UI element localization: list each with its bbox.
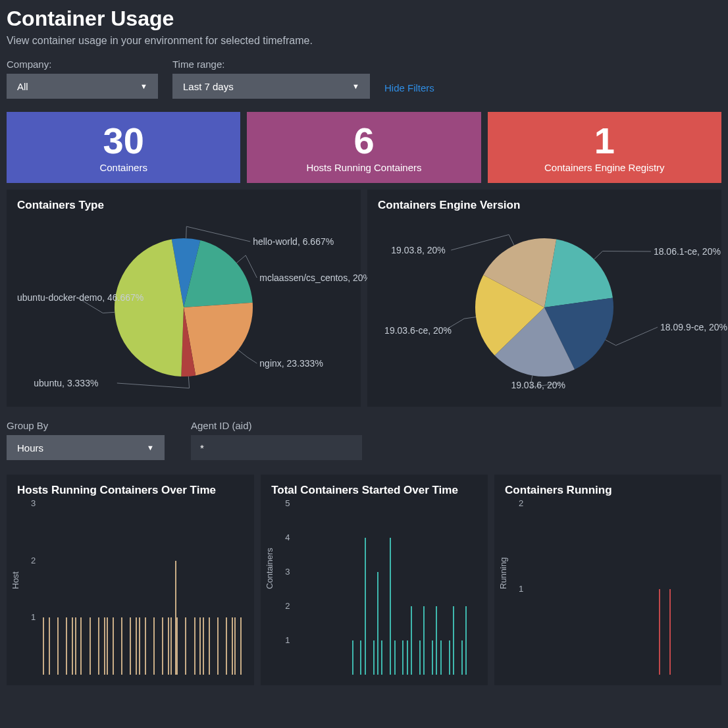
hosts-over-time-panel: Hosts Running Containers Over Time 123Ho… — [7, 475, 254, 685]
y-tick: 1 — [519, 584, 523, 594]
y-tick: 1 — [31, 612, 36, 622]
y-axis-label: Containers — [265, 548, 274, 589]
bar — [373, 640, 375, 675]
bar — [185, 617, 186, 675]
pie-slice[interactable] — [115, 240, 184, 377]
groupby-label: Group By — [7, 420, 165, 431]
bar — [669, 589, 671, 675]
bar — [175, 561, 176, 675]
bar — [199, 617, 201, 675]
panel-title: Containers Running — [505, 484, 711, 497]
bar — [113, 617, 114, 675]
bar — [232, 617, 233, 675]
chevron-down-icon: ▼ — [352, 82, 359, 90]
bar — [90, 617, 91, 675]
agentid-label: Agent ID (aid) — [191, 420, 362, 431]
kpi-card[interactable]: 6Hosts Running Containers — [247, 112, 481, 183]
bar — [57, 617, 59, 675]
timerange-select[interactable]: Last 7 days ▼ — [172, 74, 370, 99]
bar — [465, 606, 467, 675]
containers-engine-version-pie[interactable]: 18.06.1-ce, 20%18.09.9-ce, 20%19.03.6, 2… — [378, 219, 711, 396]
y-tick: 2 — [31, 556, 36, 565]
started-over-time-panel: Total Containers Started Over Time 12345… — [261, 475, 488, 685]
bar — [407, 640, 408, 675]
hide-filters-link[interactable]: Hide Filters — [384, 82, 434, 99]
bar — [170, 617, 172, 675]
y-axis-label: Running — [498, 558, 508, 589]
pie-slice-label: 18.06.1-ce, 20% — [654, 246, 721, 257]
pie-slice-label: 18.09.9-ce, 20% — [660, 322, 727, 332]
bar — [80, 617, 82, 675]
kpi-label: Containers — [99, 162, 147, 173]
company-label: Company: — [7, 59, 158, 70]
kpi-label: Hosts Running Containers — [306, 162, 421, 173]
pie-slice-label: 19.03.8, 20% — [391, 245, 446, 255]
page-subtitle: View container usage in your environment… — [7, 35, 721, 47]
controls-row: Group By Hours ▼ Agent ID (aid) — [7, 413, 721, 467]
panel-title: Containers Type — [17, 199, 350, 212]
y-tick: 5 — [285, 498, 290, 508]
page-title: Container Usage — [7, 7, 721, 31]
bar — [75, 617, 76, 675]
chevron-down-icon: ▼ — [140, 82, 147, 90]
bar — [226, 617, 227, 675]
kpi-row: 30Containers6Hosts Running Containers1Co… — [7, 112, 721, 183]
containers-type-pie[interactable]: hello-world, 6.667%mclaassen/cs_centos, … — [17, 219, 350, 396]
bar — [402, 640, 403, 675]
bar — [381, 640, 382, 675]
filter-bar: Company: All ▼ Time range: Last 7 days ▼… — [7, 59, 721, 99]
bar — [217, 617, 219, 675]
bar — [461, 640, 463, 675]
bar — [176, 617, 178, 675]
bar — [436, 606, 437, 675]
kpi-card[interactable]: 30Containers — [7, 112, 240, 183]
bar — [168, 617, 169, 675]
bar — [104, 617, 105, 675]
bar — [107, 617, 108, 675]
y-tick: 4 — [285, 533, 290, 542]
y-axis-label: Host — [11, 571, 20, 589]
pie-slice[interactable] — [184, 303, 253, 376]
bar — [440, 640, 442, 675]
groupby-value: Hours — [17, 442, 43, 454]
kpi-label: Containers Engine Registry — [544, 162, 665, 173]
bar — [194, 617, 195, 675]
pie-slice-label: ubuntu-docker-demo, 46.667% — [17, 292, 143, 303]
pie-slice[interactable] — [544, 240, 613, 307]
bar — [203, 617, 204, 675]
pie-slice-label: 19.03.6-ce, 20% — [384, 325, 452, 336]
y-tick: 3 — [285, 567, 290, 577]
kpi-value: 30 — [103, 122, 144, 159]
panel-title: Total Containers Started Over Time — [271, 484, 477, 497]
agentid-input[interactable] — [191, 435, 362, 460]
bar — [139, 617, 140, 675]
bar — [423, 606, 425, 675]
pie-slice-label: 19.03.6, 20% — [511, 380, 565, 390]
bar — [209, 617, 210, 675]
pie-slice-label: nginx, 23.333% — [259, 358, 323, 369]
panel-title: Hosts Running Containers Over Time — [17, 484, 244, 497]
bar — [130, 617, 131, 675]
bar — [411, 606, 412, 675]
kpi-card[interactable]: 1Containers Engine Registry — [488, 112, 721, 183]
bar — [72, 617, 73, 675]
company-value: All — [17, 81, 28, 92]
bar — [360, 640, 361, 675]
bar — [153, 617, 155, 675]
chevron-down-icon: ▼ — [147, 444, 154, 452]
y-tick: 3 — [31, 498, 36, 508]
bar — [43, 617, 44, 675]
bar — [240, 617, 242, 675]
bar — [365, 538, 366, 675]
containers-type-panel: Containers Type hello-world, 6.667%mclaa… — [7, 190, 361, 407]
bar — [136, 617, 137, 675]
company-select[interactable]: All ▼ — [7, 74, 158, 99]
bar — [449, 640, 450, 675]
bar — [432, 640, 433, 675]
bar — [162, 617, 163, 675]
y-tick: 2 — [519, 498, 523, 508]
bar — [98, 617, 99, 675]
containers-engine-version-panel: Containers Engine Version 18.06.1-ce, 20… — [367, 190, 721, 407]
groupby-select[interactable]: Hours ▼ — [7, 435, 165, 460]
timerange-label: Time range: — [172, 59, 370, 70]
